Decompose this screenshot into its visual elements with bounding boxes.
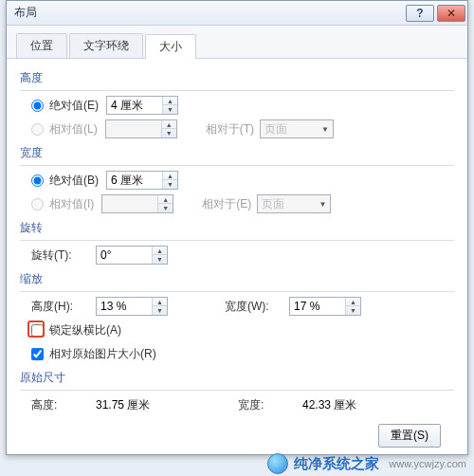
scale-width-input[interactable]	[290, 298, 345, 315]
scale-height-input[interactable]	[97, 298, 152, 315]
tab-position[interactable]: 位置	[16, 33, 67, 58]
dialog-window: 布局 ? ✕ 位置 文字环绕 大小 高度 绝对值(E) ▲▼ 相对值(L) ▲▼	[6, 0, 468, 455]
scale-height-label: 高度(H):	[31, 299, 88, 315]
spinner-up-icon: ▲	[162, 120, 176, 129]
divider	[20, 90, 454, 91]
spinner-up-icon[interactable]: ▲	[153, 298, 167, 306]
chevron-down-icon: ▼	[319, 200, 326, 209]
content-pane: 高度 绝对值(E) ▲▼ 相对值(L) ▲▼ 相对于(T) 页面 ▼	[7, 59, 467, 457]
watermark-name: 纯净系统之家	[294, 455, 379, 473]
width-relative-label: 相对值(I)	[49, 196, 94, 212]
reset-button[interactable]: 重置(S)	[378, 424, 441, 448]
height-relative-spinner: ▲▼	[105, 119, 177, 138]
tabstrip: 位置 文字环绕 大小	[7, 26, 467, 59]
width-relative-row: 相对值(I) ▲▼ 相对于(E) 页面 ▼	[20, 193, 454, 214]
width-absolute-row: 绝对值(B) ▲▼	[20, 170, 454, 191]
original-width-label: 宽度:	[238, 397, 295, 413]
rotate-label: 旋转(T):	[31, 247, 88, 264]
height-relative-row: 相对值(L) ▲▼ 相对于(T) 页面 ▼	[20, 119, 454, 139]
width-relto-select: 页面 ▼	[257, 194, 331, 213]
spinner-down-icon: ▼	[158, 204, 173, 212]
lock-aspect-label: 锁定纵横比(A)	[49, 322, 121, 339]
spinner-down-icon[interactable]: ▼	[346, 306, 360, 315]
group-rotate-label: 旋转	[20, 220, 454, 236]
annotation-box	[27, 320, 45, 338]
rotate-row: 旋转(T): ▲▼	[20, 245, 454, 265]
width-relto-label: 相对于(E)	[202, 196, 251, 212]
spinner-down-icon[interactable]: ▼	[153, 306, 167, 315]
width-absolute-spinner[interactable]: ▲▼	[106, 171, 178, 190]
spinner-up-icon[interactable]: ▲	[346, 298, 360, 306]
relative-original-row: 相对原始图片大小(R)	[20, 343, 454, 364]
spinner-up-icon[interactable]: ▲	[163, 97, 177, 105]
spinner-down-icon[interactable]: ▼	[163, 105, 177, 114]
rotate-spinner[interactable]: ▲▼	[96, 246, 168, 265]
height-absolute-row: 绝对值(E) ▲▼	[20, 95, 454, 116]
original-height-label: 高度:	[31, 397, 88, 413]
chevron-down-icon: ▼	[321, 125, 329, 134]
height-relto-label: 相对于(T)	[206, 121, 254, 137]
relative-original-label: 相对原始图片大小(R)	[49, 346, 156, 362]
width-absolute-radio[interactable]	[31, 174, 44, 187]
watermark-url: www.ycwjzy.com	[389, 458, 466, 469]
height-relative-radio	[31, 123, 44, 136]
height-absolute-input[interactable]	[107, 97, 162, 114]
original-height-value: 31.75 厘米	[96, 397, 181, 413]
spinner-up-icon[interactable]: ▲	[153, 247, 167, 255]
group-height-label: 高度	[20, 70, 454, 86]
width-relative-spinner: ▲▼	[101, 194, 173, 213]
spinner-down-icon[interactable]: ▼	[163, 180, 177, 189]
spinner-up-icon: ▲	[158, 195, 173, 204]
window-controls: ? ✕	[403, 5, 465, 22]
close-button[interactable]: ✕	[437, 5, 465, 22]
divider	[20, 165, 454, 166]
height-relto-value: 页面	[264, 121, 287, 137]
height-relative-input	[106, 120, 161, 137]
group-original-label: 原始尺寸	[20, 370, 454, 386]
tab-textwrap[interactable]: 文字环绕	[69, 33, 143, 58]
original-size-row: 高度: 31.75 厘米 宽度: 42.33 厘米	[20, 394, 454, 415]
scale-width-label: 宽度(W):	[225, 299, 282, 315]
spinner-down-icon: ▼	[162, 129, 176, 137]
height-absolute-radio[interactable]	[31, 100, 44, 112]
scale-height-spinner[interactable]: ▲▼	[96, 297, 168, 316]
width-relto-value: 页面	[262, 196, 284, 212]
spinner-down-icon[interactable]: ▼	[153, 255, 167, 264]
rotate-input[interactable]	[97, 247, 152, 264]
logo-icon	[267, 453, 288, 474]
divider	[20, 390, 454, 391]
width-relative-input	[102, 195, 157, 212]
spinner-up-icon[interactable]: ▲	[163, 172, 177, 180]
divider	[20, 291, 454, 292]
group-width-label: 宽度	[20, 145, 454, 161]
height-relto-select: 页面 ▼	[260, 119, 334, 138]
lock-aspect-row: 锁定纵横比(A)	[20, 320, 454, 340]
relative-original-checkbox[interactable]	[31, 348, 44, 360]
window-title: 布局	[14, 5, 403, 21]
height-relative-label: 相对值(L)	[49, 121, 98, 137]
width-relative-radio	[31, 198, 44, 211]
scale-hw-row: 高度(H): ▲▼ 宽度(W): ▲▼	[20, 296, 454, 317]
scale-width-spinner[interactable]: ▲▼	[289, 297, 361, 316]
width-absolute-input[interactable]	[107, 172, 162, 189]
help-button[interactable]: ?	[406, 5, 434, 22]
footer: 重置(S)	[20, 418, 454, 457]
original-width-value: 42.33 厘米	[302, 397, 388, 413]
titlebar: 布局 ? ✕	[7, 1, 467, 26]
width-absolute-label: 绝对值(B)	[49, 173, 99, 189]
watermark: 纯净系统之家 www.ycwjzy.com	[267, 453, 466, 474]
group-scale-label: 缩放	[20, 271, 454, 287]
divider	[20, 240, 454, 241]
height-absolute-spinner[interactable]: ▲▼	[106, 96, 178, 115]
height-absolute-label: 绝对值(E)	[49, 98, 99, 114]
tab-size[interactable]: 大小	[145, 34, 196, 59]
